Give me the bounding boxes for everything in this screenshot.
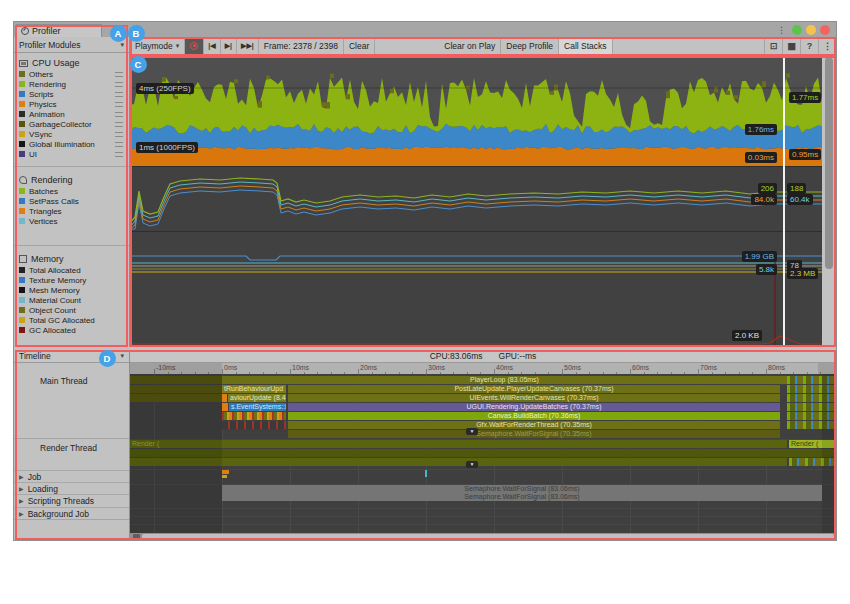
load-profile-icon[interactable]: ⊡ xyxy=(764,37,782,54)
profiler-toolbar: Playmode ▾ |◀▶|▶▶| Frame: 2378 / 2398 Cl… xyxy=(130,37,836,55)
legend-item[interactable]: SetPass Calls xyxy=(14,196,129,206)
legend-item[interactable]: Animation xyxy=(14,109,129,119)
legend-item[interactable]: Scripts xyxy=(14,89,129,99)
window-button-green[interactable] xyxy=(792,25,802,35)
toggle-deep-profile[interactable]: Deep Profile xyxy=(501,37,559,54)
timeline-bar-segment[interactable]: PlayerLoop (83.05ms) xyxy=(222,376,787,384)
legend-item[interactable]: Texture Memory xyxy=(14,275,129,285)
collapse-marker[interactable]: ▼ xyxy=(466,428,478,435)
legend-item[interactable]: Object Count xyxy=(14,305,129,315)
drag-handle-icon[interactable] xyxy=(115,142,123,147)
prev-frame-button[interactable]: |◀ xyxy=(204,37,220,54)
module-section-title[interactable]: Rendering xyxy=(14,174,129,186)
timeline-job-segment[interactable] xyxy=(425,470,427,477)
expand-arrow-icon[interactable]: ▶ xyxy=(19,497,24,504)
timeline-bar-segment[interactable]: PostLateUpdate.PlayerUpdateCanvases (70.… xyxy=(288,385,780,393)
thread-group-loading[interactable]: ▶Loading xyxy=(14,482,129,494)
kebab-menu-icon[interactable]: ⋮ xyxy=(818,37,836,54)
window-button-red[interactable] xyxy=(820,25,830,35)
legend-item[interactable]: Others xyxy=(14,69,129,79)
timeline-bar-segment[interactable]: tRunBehaviourUpd xyxy=(222,385,286,393)
drag-handle-icon[interactable] xyxy=(115,72,123,77)
timeline-canvas[interactable]: PlayerLoop (83.05ms)tRunBehaviourUpdPost… xyxy=(130,374,836,540)
legend-item[interactable]: Triangles xyxy=(14,206,129,216)
record-button[interactable] xyxy=(185,37,204,54)
legend-color-swatch xyxy=(19,218,25,224)
legend-item[interactable]: Rendering xyxy=(14,79,129,89)
save-profile-icon[interactable]: ▦ xyxy=(782,37,800,54)
legend-item[interactable]: GarbageCollector xyxy=(14,119,129,129)
ruler-label: 50ms xyxy=(564,364,581,371)
current-frame-line[interactable] xyxy=(783,55,785,347)
expand-arrow-icon[interactable]: ▶ xyxy=(19,473,24,480)
next-frame-button[interactable]: ▶| xyxy=(221,37,237,54)
last-frame-button[interactable]: ▶▶| xyxy=(237,37,259,54)
legend-item[interactable]: Physics xyxy=(14,99,129,109)
timeline-bar-segment[interactable]: Semaphore.WaitForSignal (70.35ms) xyxy=(288,430,780,438)
tab-profiler[interactable]: Profiler xyxy=(16,24,102,37)
legend-item-label: Total Allocated xyxy=(29,266,81,275)
expand-arrow-icon[interactable]: ▶ xyxy=(19,510,24,517)
drag-handle-icon[interactable] xyxy=(115,92,123,97)
drag-handle-icon[interactable] xyxy=(115,122,123,127)
toggle-call-stacks[interactable]: Call Stacks xyxy=(559,37,613,54)
module-section-title[interactable]: Memory xyxy=(14,253,129,265)
profiler-charts[interactable]: 4ms (250FPS)1ms (1000FPS)1.77ms1.76ms0.0… xyxy=(130,55,822,347)
timeline-bar-segment[interactable]: UIEvents.WillRenderCanvases (70.37ms) xyxy=(288,394,780,402)
chart-value-label: 206 xyxy=(758,183,777,194)
timeline-ruler[interactable]: -10ms0ms10ms20ms30ms40ms50ms60ms70ms80ms xyxy=(130,363,836,374)
expand-arrow-icon[interactable]: ▶ xyxy=(19,485,24,492)
drag-handle-icon[interactable] xyxy=(115,102,123,107)
thread-group-background-job[interactable]: ▶Background Job xyxy=(14,507,129,519)
timeline-job-segment[interactable] xyxy=(222,470,229,474)
legend-item[interactable]: UI xyxy=(14,149,129,159)
legend-item[interactable]: Vertices xyxy=(14,216,129,226)
timeline-bar-segment[interactable]: s.EventSystems::Ev xyxy=(229,403,286,411)
legend-item[interactable]: Global Illumination xyxy=(14,139,129,149)
legend-item[interactable]: Mesh Memory xyxy=(14,285,129,295)
timeline-bar-segment[interactable]: Canvas.BuildBatch (70.36ms) xyxy=(288,412,780,420)
kebab-menu-icon[interactable]: ⋮ xyxy=(775,25,788,35)
window-button-yellow[interactable] xyxy=(806,25,816,35)
legend-item[interactable]: VSync xyxy=(14,129,129,139)
timeline-bar-segment[interactable]: aviourUpdate (8.44 xyxy=(228,394,286,402)
cpu-usage-chart[interactable] xyxy=(130,55,822,166)
collapse-marker[interactable]: ▼ xyxy=(466,461,478,468)
timeline-bar-segment[interactable]: Gfx.WaitForRenderThread (70.35ms) xyxy=(288,421,780,429)
timeline-bar-segment[interactable]: UGUI.Rendering.UpdateBatches (70.37ms) xyxy=(288,403,780,411)
legend-item[interactable]: Batches xyxy=(14,186,129,196)
legend-item[interactable]: Total Allocated xyxy=(14,265,129,275)
charts-scrollbar[interactable] xyxy=(822,55,836,347)
thread-group-job[interactable]: ▶Job xyxy=(14,470,129,482)
timeline-bar-segment[interactable]: Semaphore.WaitForSignal (83.06ms) xyxy=(222,493,822,501)
legend-color-swatch xyxy=(19,81,25,87)
timeline-bar-segment[interactable]: Semaphore.WaitForSignal (83.06ms) xyxy=(222,485,822,493)
thread-group-scripting-threads[interactable]: ▶Scripting Threads xyxy=(14,494,129,506)
help-icon[interactable]: ? xyxy=(800,37,818,54)
legend-item[interactable]: Material Count xyxy=(14,295,129,305)
timeline-scrollbar-thumb[interactable] xyxy=(142,534,834,539)
timeline-job-segment[interactable] xyxy=(222,475,227,478)
legend-item[interactable]: Total GC Allocated xyxy=(14,315,129,325)
timeline-scrollbar-nub[interactable] xyxy=(133,534,140,539)
timeline-row-separator xyxy=(130,469,836,470)
drag-handle-icon[interactable] xyxy=(115,112,123,117)
playmode-label: Playmode xyxy=(135,41,173,51)
chart-value-label: 1.99 GB xyxy=(742,251,777,262)
legend-item[interactable]: GC Allocated xyxy=(14,325,129,335)
drag-handle-icon[interactable] xyxy=(115,82,123,87)
toggle-clear-on-play[interactable]: Clear on Play xyxy=(439,37,501,54)
clear-button[interactable]: Clear xyxy=(344,37,375,54)
legend-color-swatch xyxy=(19,131,25,137)
memory-chart[interactable] xyxy=(130,232,822,347)
timeline-scrollbar[interactable] xyxy=(130,533,836,540)
legend-item-label: Global Illumination xyxy=(29,140,95,149)
drag-handle-icon[interactable] xyxy=(115,132,123,137)
charts-scrollbar-thumb[interactable] xyxy=(825,57,833,269)
rendering-chart[interactable] xyxy=(130,167,822,231)
profiler-modules-panel: Profiler Modules ▾ CPU UsageOthersRender… xyxy=(14,37,130,347)
drag-handle-icon[interactable] xyxy=(115,152,123,157)
thread-group-label: Scripting Threads xyxy=(28,496,94,506)
timeline-bar-segment[interactable]: Render ( xyxy=(130,440,787,448)
module-section-title[interactable]: CPU Usage xyxy=(14,57,129,69)
